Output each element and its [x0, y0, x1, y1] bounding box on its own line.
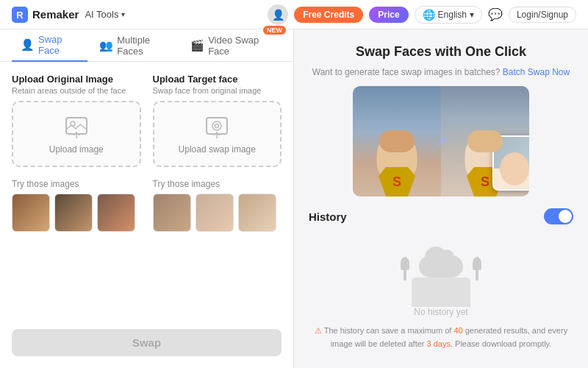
upload-target-box: Upload Target face Swap face from origin…	[153, 74, 282, 167]
upload-swap-icon	[204, 113, 230, 140]
toggle-knob	[559, 210, 572, 223]
right-panel: Swap Faces with One Click Want to genera…	[294, 29, 588, 368]
sample-swap-2[interactable]	[196, 194, 234, 232]
svg-text:R: R	[16, 10, 24, 21]
history-empty: No history yet ⚠ The history can save a …	[309, 233, 573, 365]
swap-button-wrap: Swap	[0, 317, 293, 368]
no-history-text: No history yet	[414, 307, 467, 317]
right-title: Swap Faces with One Click	[309, 44, 573, 60]
tab-bar: 👤 Swap Face 👥 Multiple Faces 🎬 Video Swa…	[0, 29, 293, 62]
upload-target-sublabel: Swap face from original image	[153, 86, 282, 95]
history-title: History	[309, 210, 347, 223]
ai-tools-menu[interactable]: AI Tools ▾	[85, 9, 125, 20]
swap-button[interactable]: Swap	[12, 329, 282, 356]
sample-original-images	[12, 194, 141, 232]
sample-target-col: Try those images	[153, 179, 282, 232]
login-button[interactable]: Login/Signup	[509, 7, 576, 23]
free-credits-button[interactable]: Free Credits	[294, 7, 363, 23]
header-right: 👤 Free Credits Price 🌐 English ▾ 💬 Login…	[268, 4, 576, 25]
sample-original-col: Try those images	[12, 179, 141, 232]
language-selector[interactable]: 🌐 English ▾	[415, 6, 482, 24]
message-icon[interactable]: 💬	[488, 7, 503, 21]
upload-original-box: Upload Original Image Retain areas outsi…	[12, 74, 141, 167]
sample-img-1[interactable]	[12, 194, 50, 232]
sample-swap-3[interactable]	[238, 194, 276, 232]
sample-swap-1[interactable]	[153, 194, 191, 232]
tree-left	[401, 257, 409, 280]
left-panel: 👤 Swap Face 👥 Multiple Faces 🎬 Video Swa…	[0, 29, 294, 368]
globe-icon: 🌐	[423, 9, 435, 21]
price-button[interactable]: Price	[369, 7, 408, 23]
logo-icon: R	[12, 7, 28, 23]
upload-original-dropzone[interactable]: Upload image	[12, 101, 141, 167]
upload-target-dropzone[interactable]: Upload swap image	[153, 101, 282, 167]
header: R Remaker AI Tools ▾ 👤 Free Credits Pric…	[0, 0, 588, 29]
base-shape	[412, 277, 470, 307]
person-icon: 👤	[21, 38, 35, 52]
new-badge: NEW	[263, 26, 286, 35]
tree-right	[473, 257, 481, 280]
history-info: ⚠ The history can save a maximum of 40 g…	[309, 325, 573, 350]
batch-swap-link[interactable]: Batch Swap Now	[503, 67, 570, 77]
sample-target-label: Try those images	[153, 179, 282, 189]
svg-point-6	[212, 121, 221, 130]
demo-composite: S ↗ S	[353, 86, 529, 197]
upload-original-text: Upload image	[49, 144, 104, 155]
tab-multiple-faces[interactable]: 👥 Multiple Faces	[90, 30, 179, 61]
empty-illustration	[397, 248, 485, 307]
upload-original-label: Upload Original Image	[12, 74, 141, 85]
sample-img-2[interactable]	[54, 194, 93, 232]
sample-original-label: Try those images	[12, 179, 141, 189]
logo[interactable]: R Remaker	[12, 7, 79, 23]
batch-info: Want to generate face swap images in bat…	[309, 67, 573, 77]
history-toggle[interactable]	[544, 208, 573, 224]
cloud-shape	[419, 255, 463, 277]
svg-rect-2	[66, 118, 87, 134]
sample-target-images	[153, 194, 282, 232]
tab-swap-face[interactable]: 👤 Swap Face	[12, 29, 87, 62]
chevron-down-icon: ▾	[470, 10, 474, 20]
upload-target-text: Upload swap image	[179, 144, 256, 155]
swap-arrow-icon: ↗	[435, 132, 448, 150]
user-icon[interactable]: 👤	[268, 4, 288, 25]
chevron-down-icon: ▾	[121, 10, 125, 18]
svg-rect-5	[207, 118, 227, 134]
video-icon: 🎬	[190, 39, 204, 52]
upload-original-sublabel: Retain areas outside of the face	[12, 86, 141, 95]
sample-section: Try those images Try those images	[0, 179, 293, 232]
max-results-highlight: 40	[453, 326, 462, 335]
svg-point-7	[215, 124, 219, 128]
history-header: History	[309, 208, 573, 224]
upload-target-label: Upload Target face	[153, 74, 282, 85]
upload-section: Upload Original Image Retain areas outsi…	[0, 62, 293, 179]
sample-img-3[interactable]	[97, 194, 135, 232]
upload-icon	[63, 113, 90, 140]
tab-video-swap[interactable]: 🎬 Video Swap Face NEW	[182, 30, 282, 61]
main-layout: 👤 Swap Face 👥 Multiple Faces 🎬 Video Swa…	[0, 29, 588, 368]
history-section: History	[309, 208, 573, 365]
header-left: R Remaker AI Tools ▾	[12, 7, 125, 23]
group-icon: 👥	[99, 39, 113, 52]
days-highlight: 3 days	[427, 339, 451, 348]
